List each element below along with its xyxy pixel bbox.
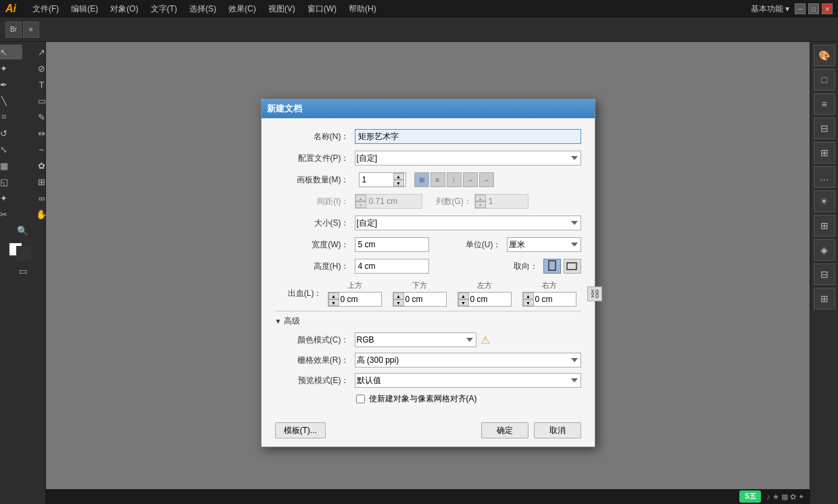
artboard-layout-icons: ⊞ ≡ ⫶ → →: [414, 172, 494, 187]
col-layout-icon[interactable]: ⫶: [447, 172, 462, 187]
profile-select-wrap: [自定]: [355, 151, 581, 166]
minimize-btn[interactable]: ─: [795, 3, 806, 14]
menu-view[interactable]: 视图(V): [263, 2, 301, 16]
bleed-top-down[interactable]: ▼: [328, 299, 339, 306]
grid-layout-icon[interactable]: ⊞: [414, 172, 429, 187]
cancel-button[interactable]: 取消: [534, 422, 581, 438]
bleed-right-down[interactable]: ▼: [523, 299, 534, 306]
artboard-input[interactable]: [360, 173, 393, 186]
menu-effect[interactable]: 效果(C): [223, 2, 262, 16]
plugin-icons: ♪ ★ ▦ ✿ ✦: [766, 493, 804, 501]
bleed-right-up[interactable]: ▲: [523, 293, 534, 299]
bleed-bottom-spinners: ▲ ▼: [393, 293, 404, 306]
gradient-tool[interactable]: ◱: [0, 174, 22, 189]
panel10-btn[interactable]: ⊟: [814, 263, 835, 285]
rotate-tool[interactable]: ↺: [0, 126, 22, 141]
gap-label: 间距(I)：: [275, 196, 349, 207]
align-checkbox[interactable]: [356, 395, 365, 403]
sun-btn[interactable]: ☀: [814, 191, 835, 212]
bleed-top-up[interactable]: ▲: [328, 293, 339, 299]
template-button[interactable]: 模板(T)...: [275, 422, 326, 438]
unit-select[interactable]: 厘米: [507, 237, 581, 252]
color-mode-select[interactable]: RGB CMYK: [355, 332, 476, 347]
bleed-left-input[interactable]: [469, 293, 510, 306]
eyedropper-tool[interactable]: ✦: [0, 191, 22, 205]
grid-panel-btn[interactable]: ⊞: [814, 215, 835, 236]
stroke-swatch[interactable]: [16, 246, 31, 261]
align-label: 使新建对象与像素网格对齐(A): [369, 393, 477, 405]
scale-tool[interactable]: ⤡: [0, 142, 22, 157]
line-tool[interactable]: ╲: [0, 93, 22, 108]
profile-row: 配置文件(P)： [自定]: [275, 151, 581, 166]
ok-button[interactable]: 确定: [481, 422, 528, 438]
brush-tool[interactable]: ⌗: [0, 109, 22, 124]
bleed-left-up[interactable]: ▲: [458, 293, 469, 299]
maximize-btn[interactable]: □: [808, 3, 819, 14]
screen-mode-tool[interactable]: ▭: [5, 263, 41, 278]
color-panel-btn[interactable]: 🎨: [814, 45, 835, 66]
height-input[interactable]: [355, 259, 429, 274]
menu-file[interactable]: 文件(F): [27, 2, 64, 16]
bleed-bottom-up[interactable]: ▲: [393, 293, 404, 299]
profile-select[interactable]: [自定]: [355, 151, 581, 166]
pen-tool[interactable]: ✒: [0, 77, 22, 92]
pen-icon: ✒: [0, 79, 9, 90]
right-panel: 🎨 □ ≡ ⊟ ⊞ … ☀ ⊞ ◈ ⊟ ⊞: [810, 42, 838, 504]
bleed-bottom-down[interactable]: ▼: [393, 299, 404, 306]
bleed-bottom-input[interactable]: [404, 293, 445, 306]
advanced-toggle[interactable]: ▼ 高级: [275, 316, 581, 327]
bleed-right-input[interactable]: [534, 293, 574, 306]
color-mode-label: 颜色模式(C)：: [275, 334, 349, 346]
bleed-left-down[interactable]: ▼: [458, 299, 469, 306]
gap-up: ▲: [355, 195, 366, 201]
bleed-right-col: 右方 ▲ ▼: [522, 280, 576, 307]
row-layout-icon[interactable]: ≡: [430, 172, 445, 187]
menu-select[interactable]: 选择(S): [184, 2, 222, 16]
title-bar: Ai 文件(F) 编辑(E) 对象(O) 文字(T) 选择(S) 效果(C) 视…: [0, 0, 838, 18]
menu-edit[interactable]: 编辑(E): [66, 2, 103, 16]
col-label: 列数(G)：: [436, 196, 472, 207]
menu-text[interactable]: 文字(T): [145, 2, 182, 16]
zoom-tool[interactable]: 🔍: [5, 223, 41, 238]
close-btn[interactable]: ✕: [822, 3, 833, 14]
panel9-btn[interactable]: ◈: [814, 239, 835, 261]
width-input[interactable]: [355, 237, 429, 252]
layer-panel-btn[interactable]: □: [814, 69, 835, 91]
artboard-up[interactable]: ▲: [393, 173, 404, 180]
bleed-top-input[interactable]: [339, 293, 380, 306]
align-panel-btn[interactable]: ⊟: [814, 118, 835, 139]
landscape-btn[interactable]: [564, 259, 581, 274]
artboard-label: 画板数量(M)：: [275, 174, 349, 186]
more-panel-btn[interactable]: …: [814, 166, 835, 188]
artboard-down[interactable]: ▼: [393, 180, 404, 186]
chain-btn[interactable]: ⛓: [587, 286, 602, 301]
raster-select[interactable]: 高 (300 ppi) 中 (150 ppi) 低 (72 ppi): [355, 353, 581, 368]
status-right: S五 ♪ ★ ▦ ✿ ✦: [739, 490, 804, 503]
size-select[interactable]: [自定]: [355, 216, 581, 230]
main-layout: ↖ ↗ ✦ ⊘ ✒ T ╲ ▭: [0, 42, 838, 504]
screen-mode-icon: ▭: [18, 266, 28, 276]
col-down: ▼: [475, 201, 486, 208]
color-swatches: [8, 242, 38, 262]
select-tool[interactable]: ↖: [0, 45, 22, 59]
workspace-label[interactable]: 基本功能 ▾: [751, 3, 789, 15]
name-row: 名称(N)：: [275, 129, 581, 144]
name-input[interactable]: [355, 129, 581, 144]
next-icon[interactable]: →: [479, 172, 494, 187]
graph-tool[interactable]: ▦: [0, 158, 22, 173]
preview-select[interactable]: 默认值: [355, 373, 581, 388]
line-icon: ╲: [0, 95, 9, 106]
transform-panel-btn[interactable]: ⊞: [814, 142, 835, 163]
extra-icon[interactable]: ≡: [23, 22, 39, 38]
br-icon[interactable]: Br: [5, 22, 22, 38]
arrange-icon[interactable]: →: [463, 172, 478, 187]
width-unit-row: 宽度(W)： 单位(U)： 厘米: [275, 237, 581, 252]
menu-help[interactable]: 帮助(H): [343, 2, 382, 16]
scissors-tool[interactable]: ✂: [0, 207, 22, 222]
menu-window[interactable]: 窗口(W): [302, 2, 342, 16]
magic-wand-tool[interactable]: ✦: [0, 61, 22, 76]
portrait-btn[interactable]: [543, 259, 561, 274]
brush-panel-btn[interactable]: ≡: [814, 93, 835, 115]
menu-object[interactable]: 对象(O): [105, 2, 143, 16]
panel11-btn[interactable]: ⊞: [814, 288, 835, 309]
